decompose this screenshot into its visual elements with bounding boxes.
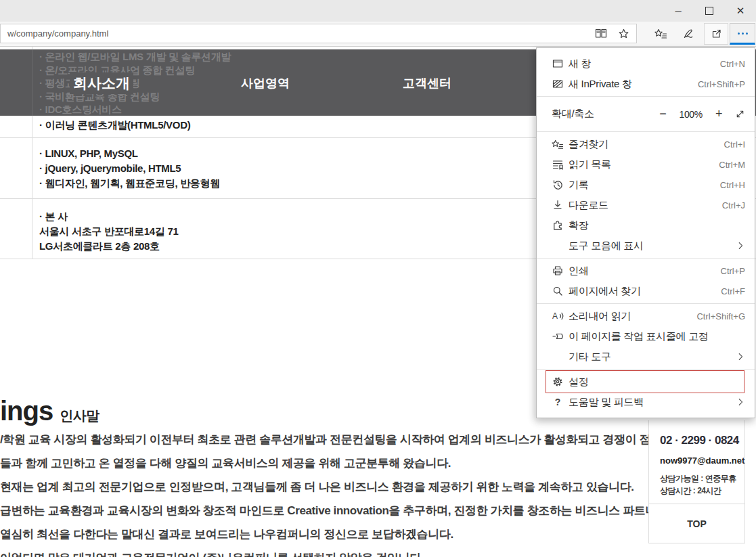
greeting-heading: ings인사말 [0, 396, 99, 426]
zoom-label: 확대/축소 [552, 108, 594, 120]
favorites-hub-icon [552, 139, 564, 150]
more-options-button[interactable] [730, 23, 755, 45]
menu-item-shortcut: Ctrl+H [720, 180, 745, 190]
table-row: · 본 사 서울시 서초구 반포대로14길 71 LG서초에클라트 2층 208… [39, 209, 178, 254]
ghost-list-item: · 평생교육 종합 컨설팅 [39, 76, 231, 90]
greeting-line: 급변하는 교육환경과 교육시장의 변화와 창조적 마인드로 Creative i… [0, 499, 650, 522]
share-icon [711, 28, 722, 39]
menu-item-shortcut: Ctrl+N [720, 59, 745, 69]
greeting-paragraphs: /학원 교육 시장의 활성화되기 이전부터 최초로 관련 솔루션개발과 전문컨설… [0, 428, 650, 557]
address-bar[interactable]: w/company/company.html [0, 24, 637, 43]
greeting-line: /학원 교육 시장의 활성화되기 이전부터 최초로 관련 솔루션개발과 전문컨설… [0, 428, 650, 451]
read-aloud-icon: A [552, 311, 564, 321]
menu-item-shortcut: Ctrl+Shift+P [698, 79, 745, 89]
menu-item-label: 설정 [569, 376, 588, 388]
browser-toolbar: w/company/company.html [0, 22, 756, 47]
menu-item-shortcut: Ctrl+F [721, 286, 745, 296]
table-row: · LINUX, PHP, MySQL · jQuery, jQuerymobi… [39, 146, 220, 191]
menu-item-label: 소리내어 읽기 [569, 310, 631, 323]
close-button[interactable]: ✕ [725, 0, 756, 22]
menu-item-new-inprivate-window[interactable]: 새 InPrivate 창 Ctrl+Shift+P [537, 74, 755, 94]
favorite-star-icon[interactable] [618, 28, 629, 39]
menu-item-shortcut: Ctrl+I [724, 139, 745, 150]
nav-item-customer[interactable]: 고객센터 [399, 74, 455, 93]
menu-item-shortcut: Ctrl+J [722, 200, 745, 210]
menu-item-label: 확장 [569, 219, 588, 232]
pen-icon [683, 28, 695, 39]
menu-item-downloads[interactable]: 다운로드 Ctrl+J [537, 195, 755, 215]
help-icon: ? [552, 397, 564, 407]
zoom-value: 100% [679, 109, 703, 120]
menu-item-shortcut: Ctrl+M [719, 160, 745, 170]
maximize-icon [705, 7, 713, 15]
menu-item-shortcut: Ctrl+P [721, 266, 745, 276]
menu-item-reading-list[interactable]: 읽기 목록 Ctrl+M [537, 154, 755, 175]
scroll-top-button[interactable]: TOP [649, 504, 744, 543]
contact-availability: 상담가능일 : 연중무휴 [660, 472, 744, 485]
web-note-pen-button[interactable] [677, 23, 701, 45]
menu-item-label: 새 창 [569, 58, 591, 70]
menu-item-settings[interactable]: 설정 [537, 372, 755, 392]
menu-item-label: 다운로드 [569, 199, 608, 212]
greeting-heading-ko: 인사말 [60, 408, 99, 423]
menu-item-extensions[interactable]: 확장 [537, 215, 755, 236]
ghost-list-item: · 온라인 웹/모바일 LMS 개발 및 솔루션개발 [39, 50, 231, 64]
url-text[interactable]: w/company/company.html [1, 28, 595, 39]
ghost-list-item: · 국비환급교육 종합 컨설팅 [39, 90, 231, 104]
maximize-button[interactable] [694, 0, 725, 22]
phone-number: 02 · 2299 · 0824 [660, 434, 744, 447]
nav-item-company[interactable]: 회사소개 [70, 72, 133, 94]
menu-item-label: 페이지에서 찾기 [569, 285, 641, 298]
svg-text:A: A [552, 311, 558, 321]
menu-item-label: 읽기 목록 [569, 158, 611, 171]
menu-item-read-aloud[interactable]: A 소리내어 읽기 Ctrl+Shift+G [537, 306, 755, 326]
hub-favorites-button[interactable] [648, 23, 673, 45]
menu-item-show-in-toolbar[interactable]: 도구 모음에 표시 [537, 236, 755, 256]
search-icon [552, 286, 564, 296]
greeting-line: 현재는 업계 최고의 전문기업으로 인정받으며, 고객님들께 좀 더 나은 비즈… [0, 475, 650, 499]
menu-item-label: 즐겨찾기 [569, 138, 608, 151]
ghost-list-item: · IDC호스팅서비스 [39, 103, 231, 116]
zoom-in-button[interactable]: + [712, 107, 726, 121]
menu-item-label: 기록 [569, 179, 588, 192]
greeting-line: 열심히 최선을 다한다는 말대신 결과로 보여드리는 나우컴퍼니의 정신으로 보… [0, 522, 650, 546]
menu-item-more-tools[interactable]: 기타 도구 [537, 347, 755, 367]
menu-item-history[interactable]: 기록 Ctrl+H [537, 175, 755, 195]
menu-item-pin-to-taskbar[interactable]: 이 페이지를 작업 표시줄에 고정 [537, 326, 755, 347]
contact-box: 02 · 2299 · 0824 now9977@daum.net 상담가능일 … [648, 420, 745, 543]
title-bar: ─ ✕ [0, 0, 756, 22]
menu-divider [537, 96, 755, 97]
reading-list-icon [552, 159, 564, 170]
greeting-line: 이었다면 많은 대기업과 교육전문기업이 (주)나우컴퍼니를 선택하지 않았을 … [0, 546, 650, 557]
history-icon [552, 179, 564, 190]
nav-item-business[interactable]: 사업영역 [238, 74, 293, 93]
edge-more-menu: 새 창 Ctrl+N 새 InPrivate 창 Ctrl+Shift+P 확대… [536, 47, 755, 418]
printer-icon [552, 265, 564, 276]
menu-item-print[interactable]: 인쇄 Ctrl+P [537, 261, 755, 281]
reading-view-icon[interactable] [595, 28, 607, 39]
table-cell-line: · 이러닝 콘텐츠개발(HTML5/VOD) [39, 118, 190, 133]
inprivate-window-icon [552, 79, 564, 89]
chevron-right-icon [736, 241, 745, 250]
contact-hours: 상담시간 : 24시간 [660, 485, 744, 497]
menu-divider [537, 369, 755, 370]
menu-divider [537, 303, 755, 304]
menu-item-label: 도구 모음에 표시 [569, 240, 644, 252]
menu-item-shortcut: Ctrl+Shift+G [696, 311, 745, 321]
menu-item-find-on-page[interactable]: 페이지에서 찾기 Ctrl+F [537, 281, 755, 301]
fullscreen-icon[interactable] [735, 109, 745, 119]
minimize-button[interactable]: ─ [663, 0, 694, 22]
close-icon: ✕ [736, 5, 745, 17]
contact-meta: 상담가능일 : 연중무휴 상담시간 : 24시간 [660, 472, 744, 497]
menu-item-help-feedback[interactable]: ? 도움말 및 피드백 [537, 392, 755, 412]
zoom-out-button[interactable]: − [656, 107, 669, 121]
table-row: · 이러닝 콘텐츠개발(HTML5/VOD) [39, 118, 190, 133]
menu-item-label: 도움말 및 피드백 [569, 396, 644, 409]
new-window-icon [552, 58, 564, 69]
menu-item-new-window[interactable]: 새 창 Ctrl+N [537, 53, 755, 74]
menu-item-favorites[interactable]: 즐겨찾기 Ctrl+I [537, 134, 755, 154]
table-cell-line: · 본 사 [39, 209, 178, 224]
greeting-heading-en: ings [0, 396, 53, 426]
share-button[interactable] [704, 23, 728, 45]
table-cell-line: 서울시 서초구 반포대로14길 71 [39, 224, 178, 239]
